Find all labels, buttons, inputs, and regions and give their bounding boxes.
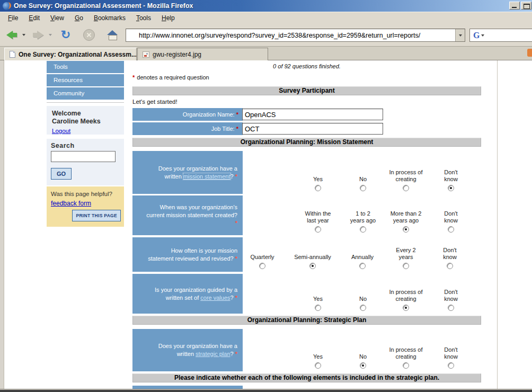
radio-semi-annually[interactable] xyxy=(309,263,316,269)
menu-file[interactable]: File xyxy=(3,13,23,23)
required-asterisk: * xyxy=(132,74,135,81)
option-label: Don't know xyxy=(439,247,460,261)
helpful-question: Was this page helpful? xyxy=(51,190,120,198)
window-bottom-edge xyxy=(0,389,532,392)
search-box: Search GO xyxy=(47,139,124,185)
radio-in-process[interactable] xyxy=(403,185,409,191)
option-label: No xyxy=(359,296,367,302)
question-label: When was your organization's current mis… xyxy=(132,195,243,235)
url-bar xyxy=(126,29,465,42)
back-button[interactable] xyxy=(3,26,20,43)
sidebar-item-resources[interactable]: Resources xyxy=(47,74,124,86)
maximize-button[interactable] xyxy=(521,2,531,10)
question-label: Does your organization have a written mi… xyxy=(132,151,243,194)
menu-help[interactable]: Help xyxy=(157,13,180,23)
reload-button[interactable]: ↻ xyxy=(57,26,74,43)
radio-dont-know[interactable] xyxy=(448,185,454,191)
forward-dropdown-icon[interactable] xyxy=(49,34,52,36)
radio-in-process[interactable] xyxy=(403,305,409,311)
menu-edit[interactable]: Edit xyxy=(24,13,45,23)
back-dropdown-icon[interactable] xyxy=(22,34,25,36)
question-label: Is your organization guided by a written… xyxy=(132,274,243,314)
radio-yes[interactable] xyxy=(315,362,321,369)
home-button[interactable] xyxy=(104,26,121,43)
forward-button[interactable] xyxy=(30,26,47,43)
google-logo-icon: G xyxy=(473,31,480,40)
tab-overflow-chip[interactable] xyxy=(527,49,532,57)
url-history-dropdown[interactable] xyxy=(455,29,465,41)
radio-quarterly[interactable] xyxy=(259,263,265,269)
sidebar-divider xyxy=(47,102,124,103)
minimize-button[interactable] xyxy=(509,2,520,10)
mission-statement-link[interactable]: mission statement xyxy=(183,173,230,180)
feedback-form-link[interactable]: feedback form xyxy=(51,200,91,207)
option-label: Quarterly xyxy=(250,254,274,261)
stop-button[interactable] xyxy=(81,26,97,43)
options-group: Yes No In process of creating Don't know xyxy=(243,151,481,194)
radio-dont-know[interactable] xyxy=(448,226,454,233)
radio-in-process[interactable] xyxy=(403,362,409,369)
question-row-mission-created: When was your organization's current mis… xyxy=(132,195,481,235)
option-label: No xyxy=(359,353,367,360)
radio-every-2-years[interactable] xyxy=(403,263,409,269)
intro-text: Let's get started! xyxy=(132,99,178,105)
search-engine-dropdown-icon[interactable] xyxy=(481,34,484,37)
print-page-button[interactable]: PRINT THIS PAGE xyxy=(72,210,121,221)
field-row-job-title: Job Title: * xyxy=(132,122,481,135)
question-row-mission-statement: Does your organization have a written mi… xyxy=(132,151,481,194)
tab-image-label: gwu-register4.jpg xyxy=(153,51,201,58)
window-left-edge xyxy=(0,60,4,389)
firefox-window: { "window": { "title": "One Survey: Orga… xyxy=(0,0,532,392)
job-title-input[interactable] xyxy=(242,123,383,135)
radio-more-than-2-years[interactable] xyxy=(403,226,409,233)
tab-survey[interactable]: One Survey: Organizational Assessm... xyxy=(4,48,137,60)
core-values-link[interactable]: core values xyxy=(200,295,230,301)
options-group: Yes No In process of creating Don't know xyxy=(243,329,481,371)
radio-dont-know[interactable] xyxy=(448,305,454,311)
sidebar-item-tools[interactable]: Tools xyxy=(47,61,124,73)
url-input[interactable] xyxy=(126,29,455,41)
organization-name-input[interactable] xyxy=(242,109,383,120)
radio-no[interactable] xyxy=(360,362,366,369)
go-button[interactable]: GO xyxy=(51,168,72,180)
firefox-icon xyxy=(3,2,11,10)
feedback-box: Was this page helpful? feedback form PRI… xyxy=(47,186,124,227)
back-arrow-icon xyxy=(6,31,17,39)
radio-no[interactable] xyxy=(360,305,366,311)
menu-go[interactable]: Go xyxy=(70,13,88,23)
radio-1-to-2-years[interactable] xyxy=(360,226,366,233)
question-row-core-values: Is your organization guided by a written… xyxy=(132,274,481,314)
window-title: One Survey: Organizational Assessment - … xyxy=(14,2,193,10)
option-label: Semi-annually xyxy=(294,254,331,261)
forward-arrow-icon xyxy=(33,31,43,39)
question-row-strategic-plan: Does your organization have a written st… xyxy=(132,329,481,371)
job-title-label: Job Title: * xyxy=(132,122,243,135)
radio-yes[interactable] xyxy=(315,305,321,311)
field-row-organization-name: Organization Name: * xyxy=(132,108,481,121)
document-icon xyxy=(10,51,15,58)
radio-no[interactable] xyxy=(360,185,366,191)
home-icon xyxy=(107,30,118,40)
stop-icon xyxy=(83,29,95,41)
image-icon xyxy=(143,51,149,58)
tab-image[interactable]: gwu-register4.jpg xyxy=(137,48,268,60)
welcome-label: Welcome xyxy=(52,110,119,118)
sidebar-item-community[interactable]: Community xyxy=(47,87,124,100)
menu-tools[interactable]: Tools xyxy=(131,13,156,23)
search-engine-box[interactable]: G xyxy=(469,29,532,42)
strategic-plan-link[interactable]: strategic plan xyxy=(196,351,230,357)
option-label: Yes xyxy=(313,296,323,302)
radio-dont-know[interactable] xyxy=(447,263,453,269)
options-group: Within the last year 1 to 2 years ago Mo… xyxy=(243,195,481,235)
search-input[interactable] xyxy=(51,151,116,162)
option-label: Within the last year xyxy=(302,210,334,224)
section-survey-participant: Survey Participant xyxy=(132,86,481,95)
section-strategic-plan: Organizational Planning: Strategic Plan xyxy=(132,316,481,325)
menu-bookmarks[interactable]: Bookmarks xyxy=(89,13,130,23)
logout-link[interactable]: Logout xyxy=(52,128,70,134)
radio-within-last-year[interactable] xyxy=(315,226,321,233)
radio-dont-know[interactable] xyxy=(448,362,454,369)
radio-yes[interactable] xyxy=(315,185,321,191)
menu-view[interactable]: View xyxy=(46,13,69,23)
radio-annually[interactable] xyxy=(359,263,366,269)
